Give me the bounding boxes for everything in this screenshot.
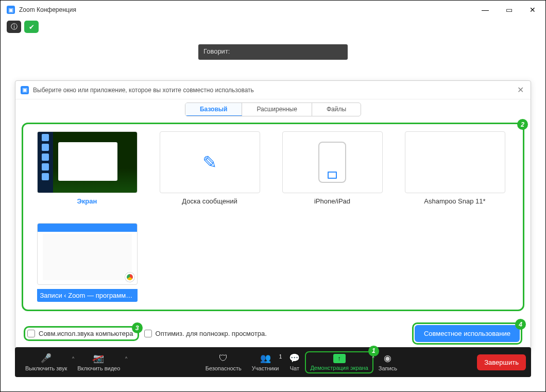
tile-iphone-label: iPhone/iPad (282, 197, 383, 205)
close-button[interactable]: ✕ (528, 6, 537, 14)
tile-chrome-zoom[interactable]: Записи ‹ Zoom — программа д... (30, 223, 144, 305)
speaking-label: Говорит: (203, 47, 230, 55)
share-audio-option: 3 Совм.испол.звука компьютера (24, 326, 139, 341)
tile-screen[interactable]: Экран (30, 131, 144, 214)
callout-2: 2 (517, 119, 528, 130)
thumb-browser (37, 223, 138, 285)
tile-whiteboard-label: Доска сообщений (160, 197, 260, 205)
chat-label: Чат (290, 365, 299, 371)
video-label: Включить видео (77, 365, 120, 371)
share-options-panel: 2 Экран ✎ Доска сообщений iPhone/iPa (22, 123, 524, 311)
participants-icon: 👥 (260, 353, 271, 364)
callout-3: 3 (132, 322, 143, 333)
speaking-indicator: Говорит: (198, 44, 348, 60)
dialog-header: ▣ Выберите окно или приложение, которое … (15, 81, 531, 99)
tile-ashampoo-snap[interactable]: Ashampoo Snap 11* (398, 131, 511, 214)
chat-icon: 💬 (289, 353, 300, 364)
dialog-footer: 3 Совм.испол.звука компьютера Оптимиз. д… (15, 317, 531, 350)
ipad-icon (318, 142, 346, 183)
record-label: Запись (379, 365, 397, 371)
checkbox-icon (27, 330, 35, 337)
tab-advanced[interactable]: Расширенные (242, 103, 312, 116)
mute-button[interactable]: 🎤 ^ Выключить звук (20, 353, 72, 371)
titlebar: ▣ Zoom Конференция — ▭ ✕ (1, 1, 545, 19)
share-button[interactable]: Совместное использование (415, 325, 520, 342)
chevron-up-icon[interactable]: ^ (125, 356, 127, 361)
share-up-icon: ↑ (333, 354, 346, 363)
thumb-iphone (282, 131, 383, 193)
optimize-video-checkbox[interactable]: Оптимиз. для полноэкр. просмотра. (144, 330, 267, 337)
chrome-icon (124, 271, 136, 283)
share-label: Демонстрация экрана (310, 365, 368, 371)
checkbox-icon (144, 330, 152, 337)
share-screen-dialog: ▣ Выберите окно или приложение, которое … (15, 80, 531, 350)
thumb-screen (37, 131, 138, 193)
video-button[interactable]: 📷 ^ Включить видео (72, 353, 125, 371)
window-title: Zoom Конференция (19, 6, 76, 13)
zoom-dialog-icon: ▣ (21, 86, 29, 94)
dialog-close-button[interactable]: ✕ (515, 85, 525, 95)
thumb-whiteboard: ✎ (160, 131, 260, 193)
participants-button[interactable]: 👥 1 Участники (247, 353, 284, 371)
participants-label: Участники (252, 365, 279, 371)
mute-label: Выключить звук (25, 365, 67, 371)
tab-basic[interactable]: Базовый (185, 103, 242, 116)
tile-browser-label: Записи ‹ Zoom — программа д... (37, 289, 138, 302)
tab-files[interactable]: Файлы (312, 103, 361, 116)
minimize-button[interactable]: — (481, 6, 490, 14)
meta-row: ⓘ ✔ (1, 19, 545, 35)
pencil-icon: ✎ (202, 152, 217, 173)
optimize-video-label: Оптимиз. для полноэкр. просмотра. (156, 330, 267, 337)
record-icon: ◉ (384, 353, 391, 364)
dialog-title: Выберите окно или приложение, которое вы… (33, 87, 254, 94)
end-meeting-button[interactable]: Завершить (477, 354, 526, 370)
tile-screen-label: Экран (37, 197, 138, 205)
encryption-shield-icon[interactable]: ✔ (24, 21, 39, 33)
maximize-button[interactable]: ▭ (504, 6, 514, 14)
security-label: Безопасность (206, 365, 242, 371)
participants-count: 1 (279, 354, 282, 360)
callout-4: 4 (515, 319, 526, 330)
zoom-app-icon: ▣ (7, 6, 15, 14)
dialog-tabs: Базовый Расширенные Файлы (15, 99, 531, 121)
security-button[interactable]: 🛡 Безопасность (200, 353, 247, 371)
video-off-icon: 📷 (93, 353, 104, 364)
share-audio-checkbox[interactable]: Совм.испол.звука компьютера (27, 330, 133, 337)
chat-button[interactable]: 💬 Чат (284, 353, 305, 371)
shield-icon: 🛡 (219, 353, 228, 364)
share-screen-button[interactable]: 1 ↑ ^ Демонстрация экрана (305, 351, 373, 373)
window-controls: — ▭ ✕ (481, 6, 541, 14)
info-icon[interactable]: ⓘ (7, 21, 21, 33)
microphone-icon: 🎤 (41, 353, 52, 364)
meeting-toolbar: 🎤 ^ Выключить звук 📷 ^ Включить видео 🛡 … (15, 347, 531, 377)
tile-iphone-ipad[interactable]: iPhone/iPad (276, 131, 389, 214)
tile-whiteboard[interactable]: ✎ Доска сообщений (153, 131, 266, 214)
tile-snap-label: Ashampoo Snap 11* (405, 197, 505, 205)
share-audio-label: Совм.испол.звука компьютера (39, 330, 133, 337)
share-button-wrap: 4 Совместное использование (412, 322, 522, 345)
record-button[interactable]: ◉ Запись (373, 353, 402, 371)
thumb-snap (405, 131, 505, 193)
